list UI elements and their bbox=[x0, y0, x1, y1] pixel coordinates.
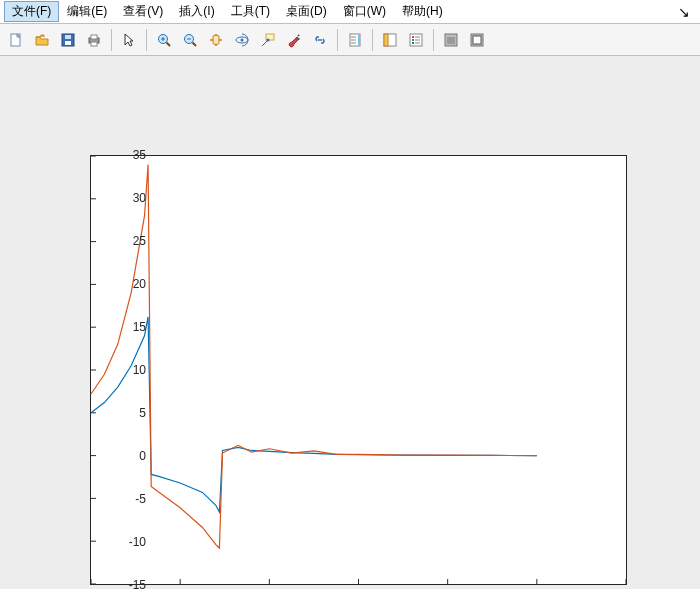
menu-insert[interactable]: 插入(I) bbox=[171, 1, 222, 22]
link-icon[interactable] bbox=[308, 28, 332, 52]
brush-icon[interactable] bbox=[282, 28, 306, 52]
zoom-out-icon[interactable] bbox=[178, 28, 202, 52]
svg-rect-3 bbox=[65, 35, 71, 39]
svg-rect-35 bbox=[447, 37, 455, 44]
layout-legend-icon[interactable] bbox=[404, 28, 428, 52]
menu-edit[interactable]: 编辑(E) bbox=[59, 1, 115, 22]
menu-desktop[interactable]: 桌面(D) bbox=[278, 1, 335, 22]
dock-icon[interactable] bbox=[439, 28, 463, 52]
insert-colorbar-icon[interactable] bbox=[343, 28, 367, 52]
y-tick-label: -10 bbox=[106, 535, 146, 549]
svg-point-15 bbox=[241, 38, 244, 41]
pointer-icon[interactable] bbox=[117, 28, 141, 52]
new-file-icon[interactable] bbox=[4, 28, 28, 52]
svg-line-12 bbox=[193, 42, 197, 46]
series-line bbox=[91, 165, 537, 548]
y-tick-label: 30 bbox=[106, 191, 146, 205]
open-folder-icon[interactable] bbox=[30, 28, 54, 52]
undock-icon[interactable] bbox=[465, 28, 489, 52]
toolbar-separator bbox=[433, 29, 434, 51]
y-tick-label: 20 bbox=[106, 277, 146, 291]
y-tick-label: -5 bbox=[106, 492, 146, 506]
svg-rect-6 bbox=[91, 42, 97, 46]
menu-tools[interactable]: 工具(T) bbox=[223, 1, 278, 22]
data-cursor-icon[interactable] bbox=[256, 28, 280, 52]
y-tick-label: 35 bbox=[106, 148, 146, 162]
menu-view[interactable]: 查看(V) bbox=[115, 1, 171, 22]
menu-file[interactable]: 文件(F) bbox=[4, 1, 59, 22]
y-tick-label: 10 bbox=[106, 363, 146, 377]
menu-window[interactable]: 窗口(W) bbox=[335, 1, 394, 22]
rotate3d-icon[interactable] bbox=[230, 28, 254, 52]
pan-icon[interactable] bbox=[204, 28, 228, 52]
y-tick-label: 25 bbox=[106, 234, 146, 248]
y-tick-label: 5 bbox=[106, 406, 146, 420]
svg-rect-37 bbox=[473, 36, 481, 44]
svg-rect-5 bbox=[91, 35, 97, 39]
y-tick-label: 0 bbox=[106, 449, 146, 463]
figure-area: -15-10-50510152025303500.20.40.60.811.2 bbox=[0, 56, 700, 589]
toolbar-separator bbox=[146, 29, 147, 51]
series-line bbox=[91, 317, 537, 512]
zoom-in-icon[interactable] bbox=[152, 28, 176, 52]
svg-point-18 bbox=[267, 38, 270, 41]
svg-rect-21 bbox=[358, 35, 360, 45]
toolbar-separator bbox=[372, 29, 373, 51]
svg-rect-2 bbox=[65, 41, 71, 45]
svg-rect-26 bbox=[384, 34, 388, 46]
menu-bar: 文件(F) 编辑(E) 查看(V) 插入(I) 工具(T) 桌面(D) 窗口(W… bbox=[0, 0, 700, 24]
save-icon[interactable] bbox=[56, 28, 80, 52]
line-plot bbox=[91, 156, 626, 584]
axes[interactable] bbox=[90, 155, 627, 585]
y-tick-label: -15 bbox=[106, 578, 146, 589]
toolbar bbox=[0, 24, 700, 56]
toolbar-separator bbox=[111, 29, 112, 51]
toolbar-separator bbox=[337, 29, 338, 51]
y-tick-label: 15 bbox=[106, 320, 146, 334]
svg-line-8 bbox=[167, 42, 171, 46]
print-icon[interactable] bbox=[82, 28, 106, 52]
menu-help[interactable]: 帮助(H) bbox=[394, 1, 451, 22]
layout-left-icon[interactable] bbox=[378, 28, 402, 52]
menu-dock-glyph[interactable]: ↘ bbox=[672, 4, 696, 20]
